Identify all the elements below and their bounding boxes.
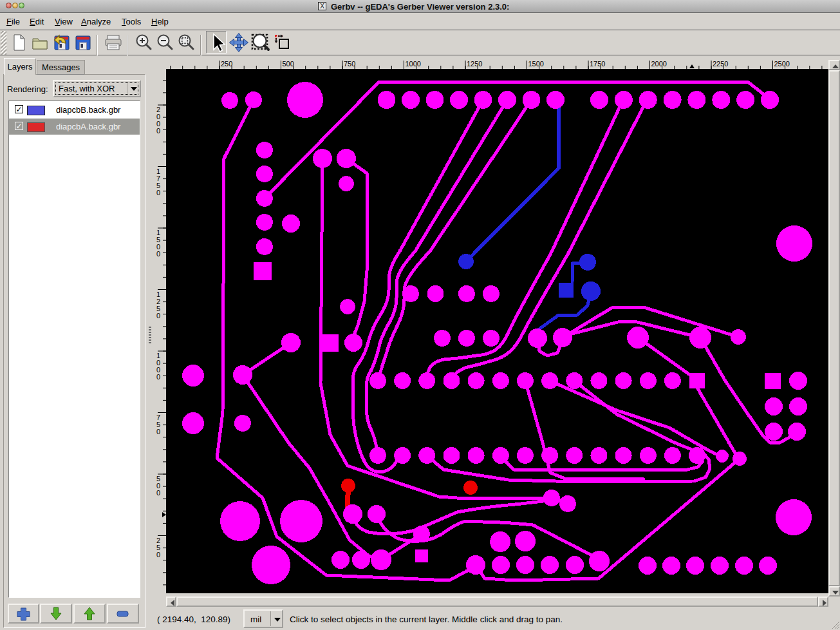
svg-text:0: 0 bbox=[156, 189, 160, 196]
svg-text:0: 0 bbox=[156, 127, 160, 135]
svg-text:750: 750 bbox=[344, 60, 355, 68]
svg-text:2250: 2250 bbox=[713, 60, 728, 68]
svg-text:500: 500 bbox=[283, 60, 294, 68]
svg-text:1250: 1250 bbox=[467, 60, 482, 68]
svg-text:1500: 1500 bbox=[528, 60, 544, 68]
svg-text:250: 250 bbox=[221, 60, 232, 68]
svg-text:2000: 2000 bbox=[651, 60, 667, 68]
svg-text:0: 0 bbox=[156, 489, 160, 497]
svg-text:0: 0 bbox=[156, 312, 160, 320]
svg-text:0: 0 bbox=[156, 551, 160, 558]
svg-text:0: 0 bbox=[156, 373, 160, 381]
svg-text:1750: 1750 bbox=[590, 60, 605, 68]
svg-text:0: 0 bbox=[156, 428, 160, 435]
svg-text:0: 0 bbox=[156, 250, 160, 258]
svg-text:1000: 1000 bbox=[406, 60, 421, 68]
svg-text:2500: 2500 bbox=[774, 60, 790, 68]
